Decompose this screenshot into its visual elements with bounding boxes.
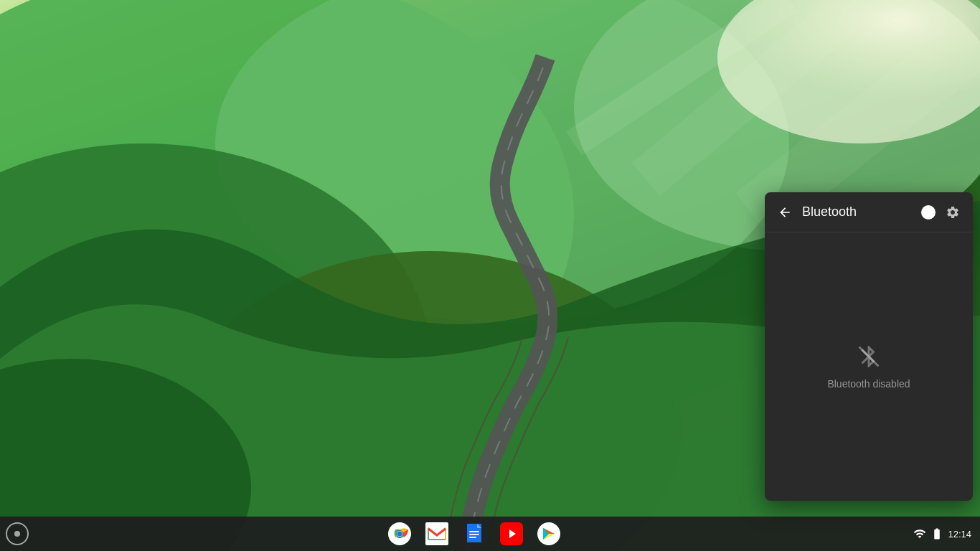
launcher-circle bbox=[14, 531, 20, 537]
google-docs-app[interactable] bbox=[457, 517, 491, 551]
gmail-icon bbox=[425, 522, 448, 545]
svg-rect-18 bbox=[469, 531, 479, 532]
bluetooth-disabled-icon bbox=[856, 344, 882, 369]
bluetooth-settings-button[interactable] bbox=[941, 201, 964, 224]
wifi-indicator[interactable] bbox=[913, 527, 926, 540]
play-store-app[interactable] bbox=[532, 517, 566, 551]
battery-icon bbox=[930, 527, 943, 540]
svg-rect-19 bbox=[469, 534, 479, 535]
bluetooth-header: Bluetooth bbox=[765, 192, 973, 232]
system-tray: 12:14 bbox=[913, 527, 980, 540]
svg-point-14 bbox=[397, 532, 402, 537]
bluetooth-disabled-text: Bluetooth disabled bbox=[827, 378, 910, 390]
bluetooth-title: Bluetooth bbox=[802, 204, 915, 220]
youtube-icon bbox=[500, 522, 523, 545]
bluetooth-content: Bluetooth disabled bbox=[765, 232, 973, 501]
chrome-icon bbox=[388, 522, 411, 545]
taskbar-left bbox=[0, 522, 34, 545]
docs-icon bbox=[463, 522, 486, 545]
play-store-icon bbox=[537, 522, 560, 545]
taskbar: 12:14 bbox=[0, 517, 980, 551]
taskbar-center bbox=[34, 517, 913, 551]
battery-indicator[interactable] bbox=[930, 527, 943, 540]
bluetooth-panel: Bluetooth Bluetooth disabled bbox=[765, 192, 973, 501]
clock[interactable]: 12:14 bbox=[948, 529, 971, 540]
svg-rect-20 bbox=[469, 537, 476, 538]
wifi-icon bbox=[913, 527, 926, 540]
launcher-button[interactable] bbox=[6, 522, 29, 545]
back-button[interactable] bbox=[773, 201, 796, 224]
gmail-app[interactable] bbox=[420, 517, 454, 551]
bluetooth-toggle[interactable] bbox=[921, 205, 936, 220]
chrome-app[interactable] bbox=[382, 517, 417, 551]
youtube-app[interactable] bbox=[494, 517, 529, 551]
